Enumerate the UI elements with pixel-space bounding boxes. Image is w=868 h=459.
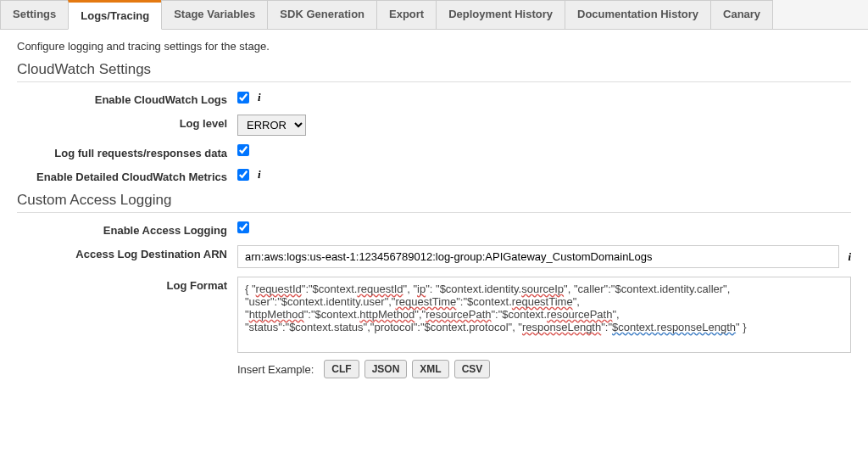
intro-text: Configure logging and tracing settings f… <box>17 40 851 53</box>
row-detailed-metrics: Enable Detailed CloudWatch Metrics i <box>17 168 851 183</box>
label-log-format: Log Format <box>17 277 237 292</box>
row-enable-cloudwatch-logs: Enable CloudWatch Logs i <box>17 91 851 106</box>
tab-logs-tracing[interactable]: Logs/Tracing <box>68 0 162 30</box>
textarea-log-format[interactable]: { "requestId":"$context.requestId", "ip"… <box>237 277 851 353</box>
tab-deployment-history[interactable]: Deployment History <box>436 0 565 29</box>
tab-settings[interactable]: Settings <box>0 0 69 29</box>
btn-json[interactable]: JSON <box>364 360 408 378</box>
label-log-level: Log level <box>17 115 237 130</box>
content-panel: Configure logging and tracing settings f… <box>0 30 868 404</box>
info-icon[interactable]: i <box>848 250 851 264</box>
btn-xml[interactable]: XML <box>412 360 448 378</box>
btn-clf[interactable]: CLF <box>324 360 359 378</box>
checkbox-enable-access-logging[interactable] <box>237 221 249 233</box>
access-logging-section-title: Custom Access Logging <box>17 192 851 213</box>
info-icon[interactable]: i <box>258 168 261 182</box>
insert-example-row: Insert Example: CLF JSON XML CSV <box>237 360 851 378</box>
row-arn: Access Log Destination ARN i <box>17 245 851 268</box>
row-log-format: Log Format { "requestId":"$context.reque… <box>17 277 851 378</box>
info-icon[interactable]: i <box>258 91 261 104</box>
tabs-bar: Settings Logs/Tracing Stage Variables SD… <box>0 0 868 30</box>
tab-documentation-history[interactable]: Documentation History <box>565 0 711 29</box>
checkbox-detailed-metrics[interactable] <box>237 169 249 181</box>
tab-stage-variables[interactable]: Stage Variables <box>161 0 268 29</box>
row-log-level: Log level ERROR <box>17 115 851 136</box>
tab-sdk-generation[interactable]: SDK Generation <box>267 0 377 29</box>
cloudwatch-section-title: CloudWatch Settings <box>17 61 851 82</box>
input-arn[interactable] <box>237 245 839 268</box>
btn-csv[interactable]: CSV <box>454 360 491 378</box>
tab-export[interactable]: Export <box>376 0 437 29</box>
checkbox-log-full-requests[interactable] <box>237 144 249 156</box>
label-log-full-requests: Log full requests/responses data <box>17 144 237 160</box>
row-enable-access-logging: Enable Access Logging <box>17 221 851 237</box>
tab-canary[interactable]: Canary <box>710 0 773 29</box>
insert-example-label: Insert Example: <box>237 363 314 376</box>
select-log-level[interactable]: ERROR <box>237 115 306 136</box>
label-detailed-metrics: Enable Detailed CloudWatch Metrics <box>17 168 237 183</box>
label-enable-access-logging: Enable Access Logging <box>17 221 237 237</box>
row-log-full-requests: Log full requests/responses data <box>17 144 851 160</box>
checkbox-enable-cloudwatch-logs[interactable] <box>237 92 249 104</box>
label-enable-cloudwatch-logs: Enable CloudWatch Logs <box>17 91 237 106</box>
label-arn: Access Log Destination ARN <box>17 245 237 260</box>
